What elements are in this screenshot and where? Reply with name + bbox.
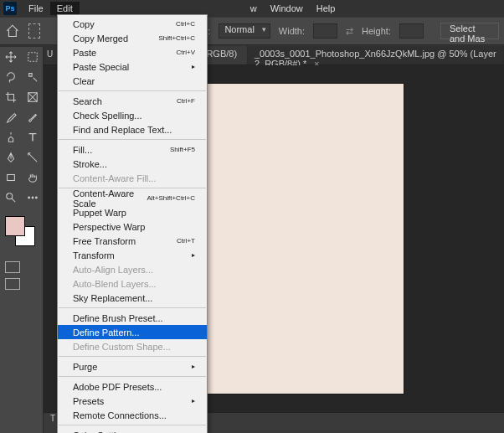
type-tool-icon[interactable] <box>22 127 44 147</box>
foreground-color-swatch[interactable] <box>5 216 25 236</box>
menu-item-fill[interactable]: Fill...Shift+F5 <box>58 142 207 157</box>
menu-item-label: Remote Connections... <box>73 410 167 420</box>
more-tools-icon[interactable] <box>22 188 44 208</box>
eyedropper-tool-icon[interactable] <box>0 107 22 127</box>
crop-tool-icon[interactable] <box>0 87 22 107</box>
menu-item-content-aware-scale[interactable]: Content-Aware ScaleAlt+Shift+Ctrl+C <box>58 191 207 205</box>
width-label: Width: <box>279 26 305 36</box>
menu-item-label: Fill... <box>73 145 92 155</box>
menu-window[interactable]: Window <box>264 2 310 15</box>
svg-point-5 <box>32 197 33 198</box>
menu-item-paste[interactable]: PasteCtrl+V <box>58 45 207 59</box>
menu-item-perspective-warp[interactable]: Perspective Warp <box>58 219 207 234</box>
quickmask-icon[interactable] <box>5 261 20 273</box>
pen-tool-icon[interactable] <box>0 147 22 168</box>
edit-menu-dropdown: CopyCtrl+CCopy MergedShift+Ctrl+CPasteCt… <box>57 14 208 433</box>
menu-item-label: Paste Special <box>73 62 129 72</box>
clone-tool-icon[interactable] <box>0 127 22 147</box>
menu-file[interactable]: File <box>22 2 50 15</box>
select-mask-button[interactable]: Select and Mas <box>440 23 499 39</box>
menu-item-label: Find and Replace Text... <box>73 125 172 135</box>
menu-item-auto-blend-layers: Auto-Blend Layers... <box>58 276 207 291</box>
menu-item-purge[interactable]: Purge▸ <box>58 359 207 374</box>
menu-item-label: Define Custom Shape... <box>73 342 171 352</box>
svg-rect-0 <box>28 53 38 62</box>
menu-item-copy-merged[interactable]: Copy MergedShift+Ctrl+C <box>58 31 207 45</box>
selection-tool-icon[interactable] <box>22 67 44 87</box>
zoom-tool-icon[interactable] <box>0 188 22 208</box>
height-field[interactable] <box>399 23 424 39</box>
document-tab-2[interactable]: _0003s_0001_Photoshop_Xn66JzQkML.jpg @ 5… <box>248 46 504 64</box>
menu-edit[interactable]: Edit <box>50 2 80 15</box>
color-swatches[interactable] <box>5 216 35 246</box>
menu-separator <box>59 356 206 357</box>
menu-item-label: Auto-Blend Layers... <box>73 279 157 289</box>
home-icon[interactable] <box>5 22 20 40</box>
menu-item-color-settings[interactable]: Color Settings...Shift+Ctrl+K <box>58 428 207 433</box>
menu-partial[interactable]: w <box>244 2 264 15</box>
menu-item-label: Stroke... <box>73 159 107 169</box>
menu-item-check-spelling[interactable]: Check Spelling... <box>58 108 207 122</box>
menu-item-label: Define Pattern... <box>73 327 140 338</box>
svg-point-4 <box>28 197 30 198</box>
menu-item-free-transform[interactable]: Free TransformCtrl+T <box>58 234 207 248</box>
submenu-arrow-icon: ▸ <box>192 397 195 405</box>
menu-item-label: Paste <box>73 48 96 58</box>
height-label: Height: <box>362 26 391 36</box>
menu-help[interactable]: Help <box>310 2 342 15</box>
submenu-arrow-icon: ▸ <box>192 63 195 70</box>
menu-item-shortcut: Shift+F5 <box>170 146 195 153</box>
frame-tool-icon[interactable] <box>22 87 44 107</box>
menu-item-content-aware-fill: Content-Aware Fill... <box>58 171 207 185</box>
menu-item-label: Sky Replacement... <box>73 293 152 303</box>
hand-tool-icon[interactable] <box>22 168 44 188</box>
menu-item-label: Transform <box>73 250 115 260</box>
menu-item-label: Clear <box>73 76 95 86</box>
menu-item-find-and-replace-text[interactable]: Find and Replace Text... <box>58 122 207 137</box>
menu-item-copy[interactable]: CopyCtrl+C <box>58 17 207 31</box>
submenu-arrow-icon: ▸ <box>192 251 195 259</box>
menu-item-remote-connections[interactable]: Remote Connections... <box>58 408 207 422</box>
menu-item-presets[interactable]: Presets▸ <box>58 394 207 408</box>
menu-item-shortcut: Ctrl+F <box>177 97 195 105</box>
menu-item-sky-replacement[interactable]: Sky Replacement... <box>58 291 207 305</box>
menu-item-define-brush-preset[interactable]: Define Brush Preset... <box>58 311 207 325</box>
menu-item-stroke[interactable]: Stroke... <box>58 157 207 171</box>
menu-item-shortcut: Alt+Shift+Ctrl+C <box>147 194 195 202</box>
svg-rect-2 <box>8 175 15 181</box>
tool-preset-icon[interactable] <box>28 23 41 39</box>
move-tool-icon[interactable] <box>0 47 22 67</box>
screenmode-icon[interactable] <box>5 278 20 290</box>
path-tool-icon[interactable] <box>22 147 44 168</box>
menu-item-paste-special[interactable]: Paste Special▸ <box>58 59 207 74</box>
menu-item-define-pattern[interactable]: Define Pattern... <box>58 325 207 339</box>
menu-item-transform[interactable]: Transform▸ <box>58 248 207 262</box>
menu-item-adobe-pdf-presets[interactable]: Adobe PDF Presets... <box>58 379 207 394</box>
brush-tool-icon[interactable] <box>22 107 44 127</box>
menu-separator <box>59 307 206 308</box>
menu-item-clear[interactable]: Clear <box>58 74 207 88</box>
menu-item-label: Adobe PDF Presets... <box>73 382 162 392</box>
menu-separator <box>59 376 206 377</box>
menu-item-shortcut: Ctrl+V <box>177 49 195 56</box>
svg-point-3 <box>7 193 13 199</box>
menu-item-shortcut: Ctrl+C <box>176 20 195 28</box>
marquee-tool-icon[interactable] <box>22 47 44 67</box>
style-select[interactable]: Normal <box>219 23 270 39</box>
submenu-arrow-icon: ▸ <box>192 363 195 370</box>
menu-item-search[interactable]: SearchCtrl+F <box>58 94 207 108</box>
menu-item-label: Presets <box>73 396 104 406</box>
swap-icon[interactable]: ⇄ <box>346 26 353 37</box>
menu-item-label: Copy Merged <box>73 34 128 44</box>
menu-item-label: Content-Aware Scale <box>73 188 147 209</box>
tool-panel <box>0 47 44 433</box>
menu-item-label: Define Brush Preset... <box>73 313 163 323</box>
menu-item-label: Perspective Warp <box>73 222 145 232</box>
lasso-tool-icon[interactable] <box>0 67 22 87</box>
menu-item-label: Search <box>73 96 102 106</box>
rectangle-tool-icon[interactable] <box>0 168 22 188</box>
width-field[interactable] <box>313 23 337 39</box>
menu-item-label: Check Spelling... <box>73 111 142 121</box>
menu-item-define-custom-shape: Define Custom Shape... <box>58 339 207 353</box>
ruler-u: U <box>47 49 53 59</box>
